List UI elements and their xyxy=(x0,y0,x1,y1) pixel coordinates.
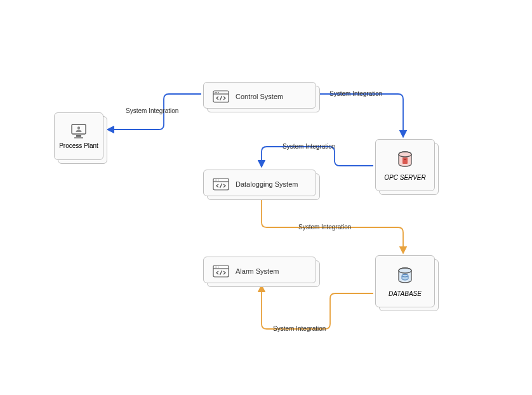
svg-line-19 xyxy=(220,184,222,188)
svg-rect-1 xyxy=(76,135,81,137)
datalogging-label: Datalogging System xyxy=(236,180,298,188)
edge-label-4: System Integration xyxy=(298,224,351,231)
svg-point-3 xyxy=(77,126,80,129)
svg-point-6 xyxy=(215,92,215,93)
svg-point-17 xyxy=(216,180,217,180)
code-window-icon xyxy=(213,90,229,103)
edge-database-to-alarm xyxy=(262,286,373,329)
edge-label-5: System Integration xyxy=(273,325,326,332)
node-database: DATABASE xyxy=(375,255,435,307)
node-process-plant: Process Plant xyxy=(54,112,103,160)
node-alarm-system: Alarm System xyxy=(203,257,316,283)
control-system-label: Control System xyxy=(236,93,283,100)
database-label: DATABASE xyxy=(389,290,422,297)
svg-point-7 xyxy=(216,92,217,93)
code-window-icon xyxy=(213,178,229,191)
opc-server-label: OPC SERVER xyxy=(384,174,425,181)
svg-point-18 xyxy=(218,180,218,180)
node-datalogging-system: Datalogging System xyxy=(203,170,316,196)
process-plant-label: Process Plant xyxy=(59,142,98,149)
edge-label-3: System Integration xyxy=(283,143,335,150)
edge-label-2: System Integration xyxy=(329,90,382,97)
svg-rect-12 xyxy=(402,157,408,164)
database-blue-icon xyxy=(396,266,415,285)
database-red-icon xyxy=(396,150,415,169)
edge-label-1: System Integration xyxy=(126,107,178,114)
code-window-icon xyxy=(213,265,229,278)
svg-point-24 xyxy=(218,267,218,267)
svg-point-23 xyxy=(216,267,217,267)
alarm-label: Alarm System xyxy=(236,267,279,275)
svg-line-25 xyxy=(220,271,222,275)
node-opc-server: OPC SERVER xyxy=(375,139,435,191)
svg-point-16 xyxy=(215,180,215,180)
monitor-person-icon xyxy=(70,123,87,138)
node-control-system: Control System xyxy=(203,82,316,109)
svg-point-8 xyxy=(218,92,218,93)
svg-line-9 xyxy=(220,96,222,100)
svg-point-22 xyxy=(215,267,215,267)
svg-rect-13 xyxy=(404,159,406,160)
edge-control-to-opc xyxy=(319,94,403,137)
